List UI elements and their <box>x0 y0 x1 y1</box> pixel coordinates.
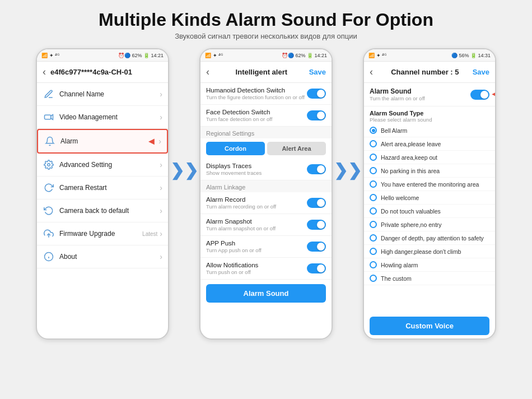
svg-point-1 <box>48 164 50 166</box>
menu-item-default[interactable]: Camera back to default › <box>37 200 168 222</box>
red-arrow-toggle: ◄ <box>489 87 495 100</box>
radio-danger-depth-label: Danger of depth, pay attention to safety <box>381 235 484 242</box>
radio-do-not-touch-circle <box>370 207 377 215</box>
menu-item-channel-name[interactable]: Channel Name › <box>37 83 168 106</box>
phone1-time: ⏰🔵 62% 🔋 14:21 <box>118 53 164 58</box>
alarm-record-sub: Turn alarm recording on or off <box>206 203 307 210</box>
alarm-record-title: Alarm Record <box>206 196 307 203</box>
phone3-content: Alarm Sound Turn the alarm on or off ◄ A… <box>364 83 495 338</box>
radio-hazard-label: Hazard area,keep out <box>381 154 437 161</box>
radio-howling[interactable]: Howling alarm <box>364 258 495 272</box>
notifications-toggle[interactable] <box>307 263 326 273</box>
setting-notifications: Allow Notifications Turn push on or off <box>200 258 332 280</box>
phone3-header-title: Channel number : 5 <box>377 68 473 76</box>
phone2-wrap: 📶 ✦ ⁴ᴳ ⏰🔵 62% 🔋 14:21 ‹ Intelligent aler… <box>199 48 333 340</box>
alarm-record-text: Alarm Record Turn alarm recording on or … <box>206 196 307 210</box>
alarm-sound-button[interactable]: Alarm Sound <box>206 284 326 303</box>
double-arrow-2: ❯❯ <box>334 160 362 180</box>
phone2-header-title: Intelligent alert <box>214 68 309 76</box>
alarm-record-toggle[interactable] <box>307 198 326 208</box>
chevron-firmware: › <box>160 229 162 238</box>
traces-toggle[interactable] <box>307 164 326 174</box>
pen-icon <box>43 88 55 100</box>
phones-row: 📶 ✦ ⁴ᴳ ⏰🔵 62% 🔋 14:21 ‹ e4f6c977****4c9a… <box>11 48 521 340</box>
phone2-save-button[interactable]: Save <box>309 68 326 76</box>
phone1-menu-list: Channel Name › Video Management › <box>37 83 168 338</box>
chevron-advanced: › <box>160 160 162 169</box>
radio-private[interactable]: Private sphere,no entry <box>364 218 495 231</box>
phone3-save-button[interactable]: Save <box>473 68 489 76</box>
radio-high-danger[interactable]: High danger,please don't climb <box>364 245 495 258</box>
sound-type-header: Alarm Sound Type Please select alarm sou… <box>364 106 495 124</box>
tab-alert-area[interactable]: Alert Area <box>267 142 326 155</box>
svg-rect-0 <box>45 115 51 119</box>
radio-hazard[interactable]: Hazard area,keep out <box>364 151 495 164</box>
notifications-text: Allow Notifications Turn push on or off <box>206 262 307 275</box>
humanoid-sub: Turn the figure detection function on or… <box>206 94 307 100</box>
phone3-status-bar: 📶 ✦ ⁴ᴳ 🔵 56% 🔋 14:31 <box>364 49 495 62</box>
phone1-back-button[interactable]: ‹ <box>43 66 46 78</box>
menu-item-restart[interactable]: Camera Restart › <box>37 177 168 200</box>
phone1-header-title: e4f6c977****4c9a-CH-01 <box>50 68 162 76</box>
phone2-back-button[interactable]: ‹ <box>206 66 209 78</box>
notifications-title: Allow Notifications <box>206 262 307 268</box>
alarm-sound-row: Alarm Sound Turn the alarm on or off ◄ <box>364 83 495 106</box>
radio-bell-alarm[interactable]: Bell Alarm <box>364 124 495 137</box>
tab-cordon[interactable]: Cordon <box>206 142 265 155</box>
alarm-sound-toggle[interactable] <box>470 90 489 100</box>
app-push-title: APP Push <box>206 240 307 247</box>
face-toggle[interactable] <box>307 110 326 120</box>
radio-alert-area-circle <box>370 140 377 147</box>
alarm-sound-text: Alarm Sound Turn the alarm on or off <box>370 87 470 101</box>
video-icon <box>43 111 55 123</box>
radio-howling-circle <box>370 261 377 268</box>
menu-item-advanced[interactable]: Advanced Setting › <box>37 154 168 177</box>
app-push-toggle[interactable] <box>307 242 326 252</box>
traces-sub: Show movement traces <box>206 170 307 176</box>
notifications-sub: Turn push on or off <box>206 269 307 275</box>
menu-label-channel-name: Channel Name <box>59 90 160 98</box>
menu-item-video[interactable]: Video Management › <box>37 106 168 129</box>
menu-item-about[interactable]: About › <box>37 245 168 268</box>
radio-danger-depth[interactable]: Danger of depth, pay attention to safety <box>364 231 495 245</box>
radio-alert-area[interactable]: Alert area,please leave <box>364 137 495 151</box>
phone2-content: Humanoid Detection Switch Turn the figur… <box>200 83 332 338</box>
custom-voice-button[interactable]: Custom Voice <box>370 317 489 335</box>
menu-label-alarm: Alarm <box>60 137 147 145</box>
radio-custom[interactable]: The custom <box>364 272 495 285</box>
setting-humanoid: Humanoid Detection Switch Turn the figur… <box>200 83 332 105</box>
page-wrapper: Multiple Kinds Alarm Sound For Option Зв… <box>0 0 532 399</box>
chevron-alarm: › <box>158 137 161 146</box>
humanoid-toggle[interactable] <box>307 89 326 99</box>
alarm-snapshot-toggle[interactable] <box>307 220 326 230</box>
radio-custom-label: The custom <box>381 275 412 282</box>
arrow2: ❯❯ <box>333 160 363 180</box>
menu-label-video: Video Management <box>59 113 160 121</box>
menu-label-default: Camera back to default <box>59 207 160 215</box>
upload-icon <box>43 228 55 240</box>
radio-monitoring-label: You have entered the monitoring area <box>381 181 479 188</box>
page-subtitle: Звуковой сигнал тревоги нескольких видов… <box>175 32 357 40</box>
alarm-snapshot-title: Alarm Snapshot <box>206 218 307 225</box>
phone3-signal: 📶 ✦ ⁴ᴳ <box>368 53 386 58</box>
setting-face: Face Detection Switch Turn face detectio… <box>200 105 332 127</box>
page-title: Multiple Kinds Alarm Sound For Option <box>99 10 433 30</box>
red-arrow-alarm: ◄ <box>147 136 157 147</box>
traces-text: Displays Traces Show movement traces <box>206 163 307 176</box>
radio-monitoring[interactable]: You have entered the monitoring area <box>364 178 495 191</box>
phone3-back-button[interactable]: ‹ <box>370 66 373 78</box>
radio-danger-depth-circle <box>370 234 377 242</box>
info-icon <box>43 250 55 263</box>
phone3-header: ‹ Channel number : 5 Save <box>364 62 495 83</box>
radio-do-not-touch[interactable]: Do not touch valuables <box>364 205 495 218</box>
app-push-text: APP Push Turn App push on or off <box>206 240 307 253</box>
radio-do-not-touch-label: Do not touch valuables <box>381 208 441 215</box>
radio-no-parking[interactable]: No parking in this area <box>364 164 495 178</box>
menu-item-alarm[interactable]: Alarm ◄ › <box>37 129 168 154</box>
section-alarm-linkage: Alarm Linkage <box>200 180 332 192</box>
alarm-icon <box>44 135 56 147</box>
setting-traces: Displays Traces Show movement traces <box>200 159 332 180</box>
tab-row: Cordon Alert Area <box>206 142 326 155</box>
menu-item-firmware[interactable]: Firmware Upgrade Latest › <box>37 222 168 245</box>
radio-hello[interactable]: Hello welcome <box>364 191 495 205</box>
